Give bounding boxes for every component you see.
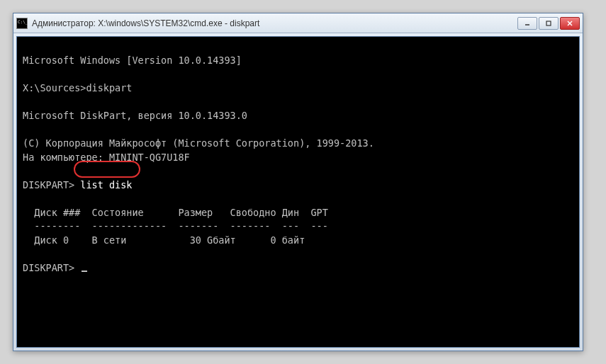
- highlight-ring: [74, 161, 140, 178]
- table-header: Диск ### Состояние Размер Свободно Дин G…: [23, 207, 328, 218]
- line-computer: На компьютере: MININT-QG7U18F: [23, 152, 190, 163]
- maximize-button[interactable]: [539, 17, 559, 30]
- window-title: Администратор: X:\windows\SYSTEM32\cmd.e…: [32, 18, 517, 28]
- table-row: Диск 0 В сети 30 Gбайт 0 байт: [23, 234, 305, 246]
- cmd-diskpart: diskpart: [86, 82, 132, 93]
- maximize-icon: [545, 20, 552, 27]
- cmd-icon: [16, 18, 28, 29]
- line-diskpart-version: Microsoft DiskPart, версия 10.0.14393.0: [23, 110, 247, 121]
- close-icon: [566, 20, 573, 27]
- titlebar[interactable]: Администратор: X:\windows\SYSTEM32\cmd.e…: [13, 13, 583, 33]
- close-button[interactable]: [560, 17, 580, 30]
- line-copyright: (C) Корпорация Майкрософт (Microsoft Cor…: [23, 137, 374, 149]
- diskpart-prompt-2: DISKPART>: [23, 262, 80, 273]
- line-version: Microsoft Windows [Version 10.0.14393]: [23, 55, 242, 66]
- cursor: [82, 271, 87, 272]
- window-controls: [517, 17, 580, 30]
- svg-rect-1: [546, 21, 551, 25]
- cmd-list-disk: list disk: [80, 179, 132, 190]
- cmd-window: Администратор: X:\windows\SYSTEM32\cmd.e…: [13, 13, 583, 351]
- minimize-icon: [524, 20, 531, 27]
- console-area[interactable]: Microsoft Windows [Version 10.0.14393] X…: [16, 36, 580, 348]
- console-output: Microsoft Windows [Version 10.0.14393] X…: [23, 40, 573, 303]
- diskpart-prompt-1: DISKPART>: [23, 179, 80, 190]
- prompt-sources: X:\Sources>: [23, 82, 86, 93]
- minimize-button[interactable]: [517, 17, 537, 30]
- table-divider: -------- ------------- ------- ------- -…: [23, 220, 328, 232]
